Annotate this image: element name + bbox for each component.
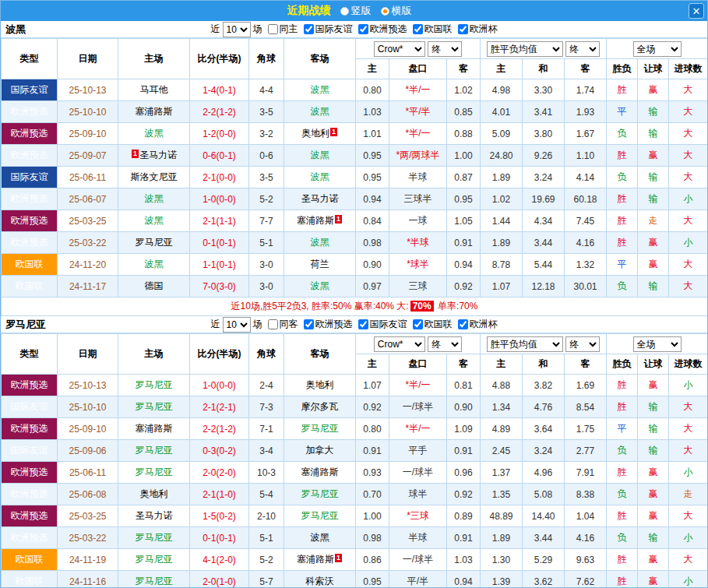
home-team: 塞浦路斯	[118, 418, 190, 440]
avg-draw-odds: 19.69	[523, 188, 565, 210]
close-icon[interactable]: ✕	[689, 3, 704, 19]
avg-home-odds: 48.89	[481, 505, 523, 527]
league-filter-checkbox[interactable]	[458, 24, 468, 34]
league-filter-option[interactable]: 同主	[268, 23, 298, 36]
match-date: 24-11-20	[58, 254, 118, 276]
league-filter-checkbox[interactable]	[304, 24, 314, 34]
avg-home-odds: 1.30	[481, 549, 523, 571]
scope-header: 全场	[607, 39, 708, 59]
match-score: 1-2(0-0)	[190, 123, 249, 145]
league-filter-checkbox[interactable]	[413, 319, 423, 329]
league-filter-option[interactable]: 欧洲预选	[304, 318, 353, 331]
corner-score: 5-1	[249, 527, 284, 549]
away-water-odds: 0.90	[447, 396, 481, 418]
team-name: 塞浦路斯	[297, 554, 334, 565]
col-home: 主场	[118, 334, 190, 375]
handicap-line: 一球	[389, 210, 447, 232]
horizontal-layout-radio[interactable]: 横版	[381, 4, 412, 18]
away-team: 摩尔多瓦	[284, 396, 356, 418]
avg-final-select[interactable]: 终	[565, 336, 600, 352]
league-filter-option[interactable]: 欧洲杯	[458, 318, 498, 331]
team-name: 波黑	[311, 150, 329, 160]
team-name: 圣马力诺	[301, 193, 339, 204]
red-card-badge: 1	[335, 554, 342, 562]
league-filter-checkbox[interactable]	[304, 319, 314, 329]
scope-select[interactable]: 全场	[633, 336, 682, 352]
vertical-layout-label: 竖版	[351, 4, 372, 18]
away-team: 波黑	[284, 232, 356, 254]
avg-away-odds: 4.14	[565, 167, 607, 188]
match-date: 25-10-10	[58, 101, 118, 123]
match-type: 欧洲预选	[2, 210, 58, 232]
match-date: 24-11-16	[58, 571, 118, 588]
avg-draw-odds: 5.08	[523, 484, 565, 505]
league-filter-checkbox[interactable]	[413, 24, 423, 34]
league-filter-option[interactable]: 欧洲预选	[358, 23, 407, 36]
away-team: 塞浦路斯1	[284, 210, 356, 232]
match-count-select[interactable]: 10	[223, 317, 251, 333]
league-filter-checkbox[interactable]	[268, 24, 278, 34]
games-label: 场	[253, 318, 262, 331]
league-filter-checkbox[interactable]	[358, 319, 368, 329]
team-name: 塞浦路斯	[301, 467, 339, 477]
match-score: 0-3(0-2)	[190, 440, 249, 462]
scope-header: 全场	[607, 334, 708, 354]
league-filter-checkbox[interactable]	[358, 24, 368, 34]
league-filter-option[interactable]: 欧洲杯	[458, 23, 498, 36]
away-team: 罗马尼亚	[284, 484, 356, 505]
handicap-line: *半/一	[389, 79, 447, 101]
league-filter-option[interactable]: 欧国联	[413, 23, 453, 36]
scope-select[interactable]: 全场	[633, 41, 682, 57]
odds-company-select[interactable]: Crow*	[374, 41, 425, 57]
col-let-result: 让球	[638, 354, 669, 375]
avg-final-select[interactable]: 终	[565, 41, 600, 57]
league-filter-option[interactable]: 欧国联	[413, 318, 453, 331]
col-water-home: 主	[356, 59, 389, 79]
section-header-team1: 波黑 近 10 场 同主国际友谊欧洲预选欧国联欧洲杯	[1, 21, 707, 38]
league-filter-group: 同客欧洲预选国际友谊欧国联欧洲杯	[262, 318, 498, 331]
match-type: 欧洲预选	[2, 123, 58, 145]
match-score: 1-4(0-1)	[190, 79, 249, 101]
team-title: 波黑	[5, 23, 26, 37]
avg-draw-odds: 12.18	[523, 276, 565, 298]
home-water-odds: 0.97	[356, 276, 389, 298]
home-team: 罗马尼亚	[118, 549, 190, 571]
goals-result: 大	[669, 549, 708, 571]
corner-score: 7-3	[249, 396, 284, 418]
match-date: 25-03-22	[58, 232, 118, 254]
home-team: 罗马尼亚	[118, 396, 190, 418]
avg-draw-odds: 3.80	[523, 123, 565, 145]
avg-select[interactable]: 胜平负均值	[487, 336, 563, 352]
home-water-odds: 0.86	[356, 549, 389, 571]
avg-select[interactable]: 胜平负均值	[487, 41, 563, 57]
away-water-odds: 0.87	[447, 167, 481, 188]
odds-final-select[interactable]: 终	[428, 41, 462, 57]
col-avg-home: 主	[481, 354, 523, 375]
match-row: 欧国联24-11-16罗马尼亚2-0(1-0)5-7科索沃0.95平/半0.94…	[2, 571, 708, 588]
match-score: 2-2(1-2)	[190, 418, 249, 440]
match-result: 负	[607, 440, 638, 462]
match-row: 国际友谊25-10-13马耳他1-4(0-1)4-4波黑0.80*半/一1.02…	[2, 79, 708, 101]
odds-company-select[interactable]: Crow*	[374, 336, 425, 352]
goals-result: 小	[669, 462, 708, 484]
match-score: 0-1(0-1)	[190, 527, 249, 549]
handicap-line: 一/球半	[389, 549, 447, 571]
match-row: 欧洲预选25-10-10塞浦路斯2-2(1-2)3-5波黑1.03*平/半0.8…	[2, 101, 708, 123]
league-filter-option[interactable]: 同客	[268, 318, 298, 331]
col-result: 胜负	[607, 59, 638, 79]
home-water-odds: 0.70	[356, 484, 389, 505]
odds-final-select[interactable]: 终	[428, 336, 462, 352]
team-name: 塞浦路斯	[136, 423, 173, 434]
league-filter-checkbox[interactable]	[458, 319, 468, 329]
handicap-result: 输	[638, 188, 669, 210]
games-label: 场	[253, 23, 262, 36]
vertical-layout-radio[interactable]: 竖版	[340, 4, 372, 18]
avg-draw-odds: 4.34	[523, 210, 565, 232]
avg-home-odds: 5.09	[481, 123, 523, 145]
league-filter-checkbox[interactable]	[268, 319, 278, 329]
avg-draw-odds: 5.29	[523, 549, 565, 571]
league-filter-option[interactable]: 国际友谊	[304, 23, 353, 36]
avg-away-odds: 1.69	[565, 375, 607, 396]
league-filter-option[interactable]: 国际友谊	[358, 318, 407, 331]
match-count-select[interactable]: 10	[223, 22, 251, 37]
